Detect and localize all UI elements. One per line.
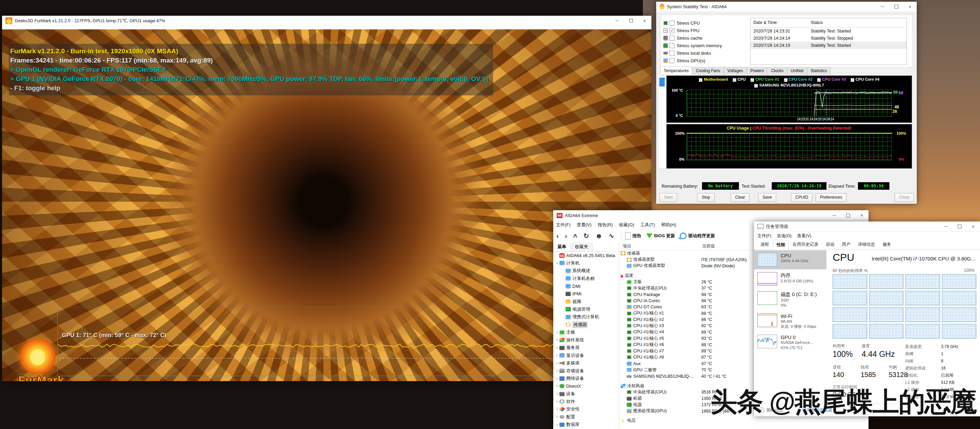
cpuid-button[interactable]: CPUID (791, 193, 813, 202)
stop-button[interactable]: Stop (697, 193, 715, 202)
minimize-icon[interactable] (876, 2, 889, 12)
stability-titlebar[interactable]: System Stability Test - AIDA64 × (656, 2, 917, 12)
stability-tab-clocks[interactable]: Clocks (768, 67, 787, 75)
tree-item[interactable]: > 显示设备 (553, 352, 619, 360)
refresh-icon[interactable]: ↻ (583, 232, 589, 240)
log-row[interactable]: 2020/7/26 14:24:14 Stability Test: Stopp… (751, 35, 907, 42)
chevron-right-icon[interactable]: > (555, 361, 559, 365)
bios-update-button[interactable]: BIOS 更新 (654, 233, 675, 239)
maximize-icon[interactable] (841, 210, 855, 221)
bios-update-icon[interactable] (646, 234, 652, 238)
taskmgr-tab[interactable]: 启动 (822, 240, 838, 249)
tree-item[interactable]: > 服务器 (553, 344, 619, 352)
tree-item[interactable]: 便携式计算机 (553, 313, 619, 321)
legend-item[interactable]: ✓CPU Core #3 (817, 77, 846, 81)
close-icon[interactable]: × (903, 2, 917, 12)
chevron-right-icon[interactable]: > (555, 415, 559, 419)
tree-item[interactable]: > 安全性 (553, 405, 619, 413)
stability-tab-powers[interactable]: Powers (747, 67, 767, 75)
maximize-icon[interactable] (889, 2, 903, 12)
minimize-icon[interactable] (827, 210, 841, 221)
aida64-menu-item[interactable]: 查看(V) (577, 222, 592, 228)
close-icon[interactable]: × (855, 210, 869, 221)
legend-checkbox[interactable]: ✓ (733, 78, 736, 82)
stability-tab-cooling-fans[interactable]: Cooling Fans (692, 67, 724, 75)
close-icon[interactable]: × (966, 221, 980, 231)
tree-item[interactable]: > 设备 (553, 390, 619, 398)
driver-update-button[interactable]: 驱动程序更新 (688, 233, 715, 239)
sidebar-item-gpu[interactable]: GPU 0 NVIDIA GeForce...61% (70 °C) (754, 332, 826, 353)
tree-item[interactable]: > 软件 (553, 398, 619, 406)
chevron-right-icon[interactable]: > (555, 377, 559, 380)
log-row[interactable]: 2020/7/26 14:23:31 Stability Test: Start… (751, 27, 907, 35)
nav-forward-icon[interactable]: › (565, 232, 567, 240)
sidebar-item-cpu[interactable]: CPU 100% 4.44 GHz (754, 250, 826, 269)
minimize-icon[interactable] (610, 16, 624, 25)
chevron-right-icon[interactable]: > (555, 346, 559, 350)
aida64-menu-item[interactable]: 文件(F) (556, 222, 571, 228)
chevron-right-icon[interactable]: > (555, 400, 559, 404)
preferences-button[interactable]: Preferences (816, 193, 846, 202)
aida64-nav-tab[interactable]: 收藏夹 (571, 242, 593, 251)
graph-scroll-thumb[interactable] (659, 78, 665, 86)
stress-checkbox[interactable] (670, 51, 675, 56)
legend-item[interactable]: ✓CPU Core #1 (751, 77, 779, 81)
taskmgr-titlebar[interactable]: 任务管理器 × (754, 221, 980, 232)
report-button[interactable]: 报告 (633, 233, 641, 239)
taskmgr-menu-item[interactable]: 查看(V) (797, 233, 811, 239)
legend-checkbox[interactable]: ✓ (699, 78, 702, 82)
stress-checkbox[interactable] (670, 21, 675, 25)
maximize-icon[interactable] (624, 16, 638, 25)
nav-up-icon[interactable]: ˄ (573, 232, 577, 240)
taskmgr-tab[interactable]: 详细信息 (854, 240, 879, 249)
furmark-titlebar[interactable]: Geeks3D FurMark v1.21.2.0 - 117FPS, GPU1… (2, 16, 651, 26)
stress-checkbox[interactable] (670, 43, 675, 48)
tree-item[interactable]: 系统概述 (553, 267, 619, 275)
aida64-menu-item[interactable]: 帮助(H) (661, 222, 676, 228)
legend-item[interactable]: ✓SAMSUNG MZVLB512HBJQ-000L7 (754, 83, 824, 87)
legend-checkbox[interactable]: ✓ (851, 78, 854, 82)
tree-item[interactable]: > 配置 (553, 413, 619, 421)
chevron-right-icon[interactable]: > (555, 369, 559, 373)
tree-item[interactable]: > 多媒体 (553, 359, 619, 367)
sensor-col-value[interactable]: 当前值 (702, 243, 715, 249)
save-button[interactable]: Save (758, 193, 776, 202)
log-col-status[interactable]: Status (808, 20, 907, 25)
aida64-nav-tab[interactable]: 菜单 (553, 242, 571, 251)
sidebar-item-memory[interactable]: 内存 2.8/15.8 GB (18%) (754, 269, 826, 289)
aida64-menu-item[interactable]: 收藏(O) (619, 222, 634, 228)
minimize-icon[interactable] (939, 221, 953, 231)
aida64-menu-item[interactable]: 报告(R) (598, 222, 613, 228)
chevron-right-icon[interactable]: > (555, 353, 559, 357)
legend-item[interactable]: ✓CPU Core #2 (784, 77, 813, 81)
tree-item[interactable]: > 主板 (553, 329, 619, 336)
taskmgr-tab[interactable]: 性能 (773, 240, 789, 249)
tree-item[interactable]: 传感器 (553, 321, 619, 329)
legend-item[interactable]: ✓CPU Core #4 (851, 77, 880, 81)
tree-item[interactable]: 64 AIDA64 v6.25.5451 Beta (553, 252, 619, 259)
driver-update-icon[interactable] (680, 232, 687, 239)
legend-checkbox[interactable]: ✓ (817, 78, 821, 82)
chart-icon[interactable]: ∿ (609, 232, 614, 240)
clear-button[interactable]: Clear (731, 193, 749, 202)
aida64-titlebar[interactable]: 64 AIDA64 Extreme × (553, 210, 869, 221)
stability-tab-temperatures[interactable]: Temperatures (660, 66, 692, 74)
tree-item[interactable]: > 网络设备 (553, 375, 619, 383)
stability-tab-unified[interactable]: Unified (787, 67, 807, 75)
aida64-menu-item[interactable]: 工具(T) (640, 222, 655, 228)
log-col-datetime[interactable]: Date & Time (751, 20, 808, 25)
taskmgr-menu-item[interactable]: 文件(F) (757, 233, 772, 239)
legend-checkbox[interactable]: ✓ (751, 78, 754, 82)
tree-item[interactable]: 超频 (553, 298, 619, 306)
tree-item[interactable]: > 存储设备 (553, 367, 619, 375)
legend-checkbox[interactable]: ✓ (754, 84, 758, 87)
legend-item[interactable]: ✓CPU (733, 77, 746, 81)
taskmgr-tab[interactable]: 用户 (838, 240, 854, 249)
tree-item[interactable]: IPMI (553, 290, 619, 298)
sidebar-item-disk[interactable]: 磁盘 0 (C: D: E:) SSD0% (754, 289, 826, 311)
taskmgr-menu-item[interactable]: 选项(O) (777, 233, 792, 239)
tree-item[interactable]: 计算机名称 (553, 275, 619, 283)
chevron-right-icon[interactable]: > (555, 423, 559, 427)
chevron-right-icon[interactable]: > (555, 384, 559, 388)
sensor-col-item[interactable]: 项目 (619, 243, 702, 249)
